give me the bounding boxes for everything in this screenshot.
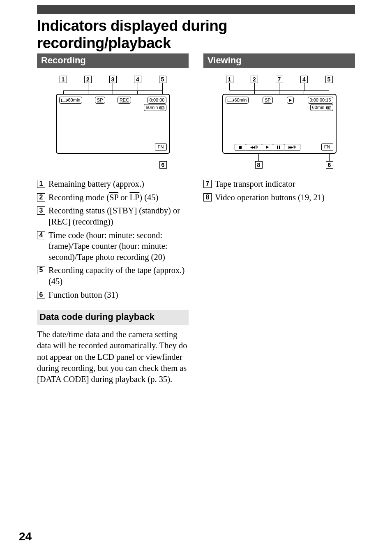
play-icon — [266, 146, 269, 149]
viewing-panel: 60min SP 0:00:00:15 60min ◀◀⦿ — [222, 94, 337, 154]
play-icon — [289, 99, 292, 102]
recording-panel: 60min SP REC 0:00:00 60min FN — [56, 94, 170, 154]
datacode-paragraph: The date/time data and the camera settin… — [37, 329, 189, 384]
mode-indicator: SP — [95, 97, 105, 104]
tape-remaining-indicator: 60min — [310, 104, 333, 111]
transport-indicator — [287, 97, 294, 104]
viewing-legend: 7Tape transport indicator 8Video operati… — [203, 178, 355, 203]
callout: 8 — [255, 154, 263, 169]
section-heading-viewing: Viewing — [203, 53, 355, 68]
callout: 7 — [275, 76, 284, 90]
tape-remaining-indicator: 60min — [144, 104, 167, 111]
recording-diagram: 1 2 3 4 5 60min SP REC — [37, 76, 189, 170]
fastforward-icon: ▶▶⦿ — [288, 145, 295, 149]
legend-item: 5Recording capacity of the tape (approx.… — [37, 265, 189, 287]
legend-item: 8Video operation buttons (19, 21) — [203, 192, 355, 203]
callout: 4 — [300, 76, 308, 90]
callout: 3 — [109, 76, 117, 90]
legend-item: 1Remaining battery (approx.) — [37, 178, 189, 190]
legend-text: Recording mode (SP or LP) (45) — [48, 192, 158, 203]
callout: 6 — [159, 154, 167, 169]
legend-item: 6Function button (31) — [37, 289, 189, 301]
legend-item: 4Time code (hour: minute: second: frame)… — [37, 230, 189, 263]
play-button[interactable] — [262, 144, 273, 150]
recording-legend: 1Remaining battery (approx.) 2Recording … — [37, 178, 189, 300]
fn-button[interactable]: FN — [321, 144, 333, 150]
timecode-indicator: 0:00:00:15 — [308, 97, 333, 104]
callout: 5 — [159, 76, 167, 90]
rewind-icon: ◀◀⦿ — [250, 145, 257, 149]
callout: 5 — [325, 76, 333, 90]
stop-icon — [239, 146, 242, 149]
fn-button[interactable]: FN — [155, 144, 167, 150]
timecode-indicator: 0:00:00 — [148, 97, 167, 104]
callout: 1 — [226, 76, 234, 90]
viewing-diagram: 1 2 7 4 5 60min SP 0:00:00:15 — [203, 76, 355, 170]
left-column: Recording 1 2 3 4 5 — [37, 53, 189, 385]
video-op-buttons: ◀◀⦿ ▶▶⦿ — [235, 144, 300, 150]
legend-item: 7Tape transport indicator — [203, 178, 355, 190]
legend-item: 2Recording mode (SP or LP) (45) — [37, 192, 189, 203]
legend-item: 3Recording status ([STBY] (standby) or [… — [37, 205, 189, 227]
mode-indicator: SP — [263, 97, 273, 104]
subsection-heading-datacode: Data code during playback — [37, 310, 189, 325]
callout: 2 — [250, 76, 258, 90]
callout: 1 — [59, 76, 67, 90]
callout: 2 — [84, 76, 92, 90]
callout: 4 — [134, 76, 142, 90]
page-title: Indicators displayed during recording/pl… — [37, 17, 355, 52]
pause-icon — [277, 146, 280, 149]
pause-button[interactable] — [273, 144, 284, 150]
content-columns: Recording 1 2 3 4 5 — [37, 53, 355, 385]
rewind-button[interactable]: ◀◀⦿ — [246, 144, 262, 150]
fastforward-button[interactable]: ▶▶⦿ — [284, 144, 300, 150]
page-number: 24 — [19, 530, 32, 543]
section-heading-recording: Recording — [37, 53, 189, 68]
battery-indicator: 60min — [226, 97, 249, 104]
header-bar — [37, 5, 355, 14]
right-column: Viewing 1 2 7 4 5 60min SP — [203, 53, 355, 385]
battery-indicator: 60min — [59, 97, 83, 104]
stop-button[interactable] — [235, 144, 246, 150]
status-indicator: REC — [118, 97, 131, 104]
callout: 6 — [326, 154, 333, 169]
